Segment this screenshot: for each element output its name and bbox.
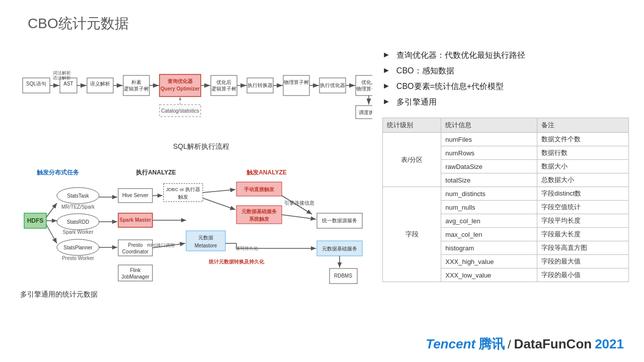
sql-flow-diagram: SQL语句 AST 词法解析 语法解析 语义解析 朴素 逻辑算子树 查询优化器 … <box>20 50 372 138</box>
table-note-cell: 数据行数 <box>537 146 628 160</box>
bullet-arrow-1: ► <box>382 50 390 59</box>
jdbc-trigger-node: JDBC or 执行器 <box>166 187 201 192</box>
bullet-item-4: ► 多引擎通用 <box>382 97 629 108</box>
table-note-cell: 总数据大小 <box>537 173 628 187</box>
table-header-category: 统计级别 <box>383 118 441 133</box>
table-stat-cell: rawDataSize <box>441 160 537 173</box>
engine-connect-label: 引擎连接信息 <box>284 200 314 206</box>
table-stat-cell: max_col_len <box>441 228 537 241</box>
table-stat-cell: totalSize <box>441 173 537 187</box>
table-stat-cell: numRows <box>441 146 537 160</box>
left-section: SQL语句 AST 词法解析 语法解析 语义解析 朴素 逻辑算子树 查询优化器 … <box>20 45 382 299</box>
spark-master-node: Spark Master <box>120 217 151 223</box>
table-stat-cell: XXX_low_value <box>441 268 537 282</box>
footer-slash: / <box>508 337 511 351</box>
footer: Tencent 腾讯 / DataFunCon 2021 <box>426 335 624 353</box>
table-header-note: 备注 <box>537 118 628 133</box>
svg-line-54 <box>282 215 316 219</box>
table-note-cell: 数据大小 <box>537 160 628 173</box>
sql-caption: SQL解析执行流程 <box>20 142 382 151</box>
sql-node: SQL语句 <box>26 81 46 86</box>
table-note-cell: 字段等高直方图 <box>537 241 628 255</box>
opt-physical-node2: 物理算子树 <box>356 86 372 92</box>
jdbc-trigger-node2: 触发 <box>178 194 188 200</box>
bullet-arrow-4: ► <box>382 97 390 106</box>
table-stat-cell: num_distincts <box>441 187 537 201</box>
table-note-cell: 字段平均长度 <box>537 214 628 228</box>
statistics-table: 统计级别 统计信息 备注 表/分区numFiles数据文件个数numRows数据… <box>382 118 629 282</box>
svg-line-48 <box>203 198 235 210</box>
table-category-cell: 字段 <box>383 187 441 282</box>
table-row: 字段num_distincts字段distinct数 <box>383 187 629 201</box>
rdbms-node: RDBMS <box>334 273 352 279</box>
right-section: ► 查询优化器：代数优化最短执行路径 ► CBO：感知数据 ► CBO要素=统计… <box>382 50 629 282</box>
presto-worker-label: Presto Worker <box>62 255 94 261</box>
bullet-list: ► 查询优化器：代数优化最短执行路径 ► CBO：感知数据 ► CBO要素=统计… <box>382 50 629 108</box>
optimized-logic-node: 优化后 <box>216 79 231 85</box>
unified-data-node: 统一数据源服务 <box>322 218 357 223</box>
table-stat-cell: histogram <box>441 241 537 255</box>
bullet-arrow-2: ► <box>382 66 390 75</box>
table-note-cell: 字段的最小值 <box>537 268 628 282</box>
bullet-arrow-3: ► <box>382 81 390 90</box>
query-optimizer-node: 查询优化器 <box>168 78 193 84</box>
opt-physical-node: 优化后 <box>361 79 372 85</box>
stat-persist-label: 统计元数据转换及持久化 <box>208 259 265 264</box>
svg-rect-15 <box>211 75 237 96</box>
table-stat-cell: numFiles <box>441 133 537 146</box>
exec-transform-node: 执行转换器 <box>248 82 273 88</box>
svg-rect-19 <box>283 75 309 96</box>
optimized-logic-node2: 逻辑算子树 <box>211 86 236 92</box>
bullet-item-1: ► 查询优化器：代数优化最短执行路径 <box>382 50 629 61</box>
syntax-label: 语法解析 <box>53 75 71 80</box>
presto-coord-node2: Coordinator <box>122 249 149 254</box>
trigger-label3: 触发ANALYZE <box>246 169 287 176</box>
flink-job-node2: JobManager <box>121 274 149 280</box>
query-optimizer-node2: Query Optimizer <box>160 86 200 92</box>
metadata-store-node: 元数据 <box>198 235 213 240</box>
table-note-cell: 字段空值统计 <box>537 201 628 214</box>
metadata-sys-node: 元数据基础服务 <box>241 209 277 214</box>
physical-tree-node: 物理算子树 <box>284 79 309 85</box>
svg-rect-23 <box>356 75 372 96</box>
table-header-stat: 统计信息 <box>441 118 537 133</box>
ast-node: AST <box>63 81 73 86</box>
dist-flow-diagram: 触发分布式任务 执行ANALYZE 触发ANALYZE HDFS StatsTa… <box>20 165 372 286</box>
svg-rect-9 <box>123 75 149 96</box>
naive-logic-node2: 逻辑算子树 <box>124 86 149 92</box>
footer-tencent-en: Tencent <box>426 336 475 352</box>
table-category-cell: 表/分区 <box>383 133 441 187</box>
table-note-cell: 字段最大长度 <box>537 228 628 241</box>
trigger-label1: 触发分布式任务 <box>36 169 79 176</box>
metadata-store-node2: Metastore <box>195 243 217 248</box>
stats-planner-node: StatsPlanner <box>63 245 93 250</box>
table-note-cell: 数据文件个数 <box>537 133 628 146</box>
table-stat-cell: avg_col_len <box>441 214 537 228</box>
semantics-node: 语义解析 <box>90 81 110 86</box>
hdfs-node: HDFS <box>27 217 44 224</box>
hive-server-node: Hive Server <box>122 193 149 198</box>
svg-rect-11 <box>159 74 201 97</box>
stats-rdd-node: StatsRDD <box>67 219 89 225</box>
naive-logic-node: 朴素 <box>131 79 141 85</box>
mr-tez-label: MR/TEZ/Spark <box>61 204 95 210</box>
bullet-item-3: ► CBO要素=统计信息+代价模型 <box>382 81 629 92</box>
metadata-sys-node2: 系统触发 <box>249 216 269 222</box>
svg-line-35 <box>46 225 57 243</box>
svg-line-47 <box>203 190 235 193</box>
spark-worker-label: Spark Worker <box>63 229 94 235</box>
trigger-label2: 执行ANALYZE <box>135 169 176 176</box>
table-note-cell: 字段的最大值 <box>537 255 628 268</box>
exec-optimizer-node: 执行优化器 <box>320 82 345 88</box>
manual-trigger-node: 手动直接触发 <box>244 187 274 192</box>
metadata-service-node: 元数据基础服务 <box>322 246 357 251</box>
scheduler-node: 调度执行 <box>359 110 372 115</box>
table-stat-cell: XXX_high_value <box>441 255 537 268</box>
stats-task-node: StatsTask <box>67 193 89 199</box>
page-title: CBO统计元数据 <box>28 14 129 33</box>
dist-caption: 多引擎通用的统计元数据 <box>20 290 382 299</box>
lexer-label: 词法解析 <box>53 70 71 75</box>
table-row: 表/分区numFiles数据文件个数 <box>383 133 629 146</box>
catalog-node: Catalog/statistics <box>161 108 199 114</box>
footer-datafun: DataFunCon <box>514 336 592 352</box>
